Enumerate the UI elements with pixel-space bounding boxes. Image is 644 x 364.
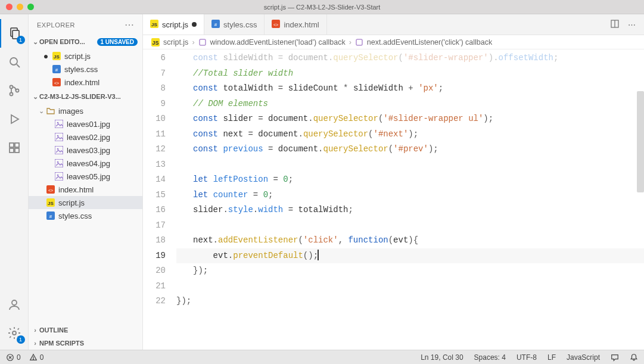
more-actions-icon[interactable]: ⋯ xyxy=(628,20,636,29)
js-file-icon: JS xyxy=(150,20,158,30)
breadcrumb-sep: › xyxy=(349,38,351,46)
status-eol[interactable]: LF xyxy=(547,353,556,362)
source-control-icon[interactable] xyxy=(0,76,29,105)
scrollbar-thumb[interactable] xyxy=(637,91,644,192)
file-item[interactable]: leaves05.jpg xyxy=(29,170,142,183)
status-errors-count: 0 xyxy=(17,353,21,362)
code-editor[interactable]: 678910111213141516171819202122 const sli… xyxy=(143,49,644,350)
breadcrumb-symbol-2[interactable]: next.addEventListener('click') callback xyxy=(367,38,492,46)
file-item[interactable]: <>index.html xyxy=(29,183,142,196)
js-file-icon: JS xyxy=(151,38,160,46)
code-line[interactable] xyxy=(176,218,644,234)
svg-text:#: # xyxy=(55,67,58,73)
svg-rect-20 xyxy=(55,120,63,128)
status-warnings[interactable]: 0 xyxy=(29,353,44,362)
file-name: styles.css xyxy=(58,211,92,220)
outline-header[interactable]: › OUTLINE xyxy=(29,323,142,337)
img-file-icon xyxy=(54,119,64,129)
svg-text:<>: <> xyxy=(48,188,53,192)
code-line[interactable]: // DOM elements xyxy=(176,97,644,112)
code-line[interactable]: let leftPostion = 0; xyxy=(176,172,644,188)
folder-item[interactable]: ⌄images xyxy=(29,104,142,117)
window-controls xyxy=(0,4,34,10)
open-editors-label: OPEN EDITO... xyxy=(39,38,85,45)
code-line[interactable] xyxy=(176,279,644,294)
status-language[interactable]: JavaScript xyxy=(567,353,600,362)
code-line[interactable]: }); xyxy=(176,263,644,279)
npm-header[interactable]: › NPM SCRIPTS xyxy=(29,337,142,350)
editor-group: JSscript.js#styles.css<>index.html ⋯ JS … xyxy=(143,14,644,350)
svg-point-5 xyxy=(10,93,13,96)
img-file-icon xyxy=(54,145,64,155)
status-encoding[interactable]: UTF-8 xyxy=(517,353,537,362)
code-line[interactable]: }); xyxy=(176,294,644,309)
folder-icon xyxy=(45,105,56,116)
svg-line-3 xyxy=(17,64,20,67)
code-line[interactable]: slider.style.width = totalWidth; xyxy=(176,203,644,218)
dirty-dot-icon[interactable]: ● xyxy=(41,51,51,61)
tab-label: index.html xyxy=(284,20,319,29)
html-file-icon: <> xyxy=(272,20,280,30)
titlebar: script.js — C2-M3-L2-JS-Slider-V3-Start xyxy=(0,0,644,14)
code-line[interactable]: const previous = document.querySelector(… xyxy=(176,142,644,157)
status-errors[interactable]: 0 xyxy=(6,353,21,362)
tab-index-html[interactable]: <>index.html xyxy=(265,14,326,35)
code-line[interactable]: next.addEventListener('click', function(… xyxy=(176,233,644,248)
sidebar-more-icon[interactable]: ⋯ xyxy=(125,19,135,30)
tab-label: styles.css xyxy=(223,20,257,29)
svg-point-27 xyxy=(57,161,59,163)
maximize-window-button[interactable] xyxy=(27,4,34,10)
scrollbar-track[interactable] xyxy=(637,49,644,350)
run-debug-icon[interactable] xyxy=(0,105,29,133)
tab-script-js[interactable]: JSscript.js xyxy=(143,14,204,35)
breadcrumb-sep: › xyxy=(192,38,194,46)
breadcrumb[interactable]: JS script.js › window.addEventListener('… xyxy=(143,35,644,49)
accounts-icon[interactable] xyxy=(0,290,29,319)
code-line[interactable]: const slider = document.querySelector('#… xyxy=(176,111,644,127)
split-editor-icon[interactable] xyxy=(610,19,620,30)
code-line[interactable]: //Total slider width xyxy=(176,66,644,82)
svg-text:JS: JS xyxy=(54,54,60,60)
open-editor-item[interactable]: <>index.html xyxy=(29,76,142,89)
code-line[interactable]: const slideWidth = document.querySelecto… xyxy=(176,51,644,66)
explorer-icon[interactable]: 1 xyxy=(0,19,29,48)
minimize-window-button[interactable] xyxy=(17,4,23,10)
code-line[interactable]: evt.preventDefault(); xyxy=(176,248,644,264)
svg-rect-10 xyxy=(10,148,14,153)
settings-badge: 1 xyxy=(17,335,25,344)
file-name: index.html xyxy=(64,78,99,87)
close-window-button[interactable] xyxy=(6,4,13,10)
status-spaces[interactable]: Spaces: 4 xyxy=(474,353,506,362)
svg-rect-47 xyxy=(356,39,362,45)
code-line[interactable]: let counter = 0; xyxy=(176,188,644,203)
file-item[interactable]: leaves02.jpg xyxy=(29,130,142,144)
breadcrumb-file[interactable]: script.js xyxy=(163,38,188,46)
open-editor-item[interactable]: ●JSscript.js xyxy=(29,49,142,63)
html-file-icon: <> xyxy=(45,184,56,195)
file-item[interactable]: JSscript.js xyxy=(29,196,142,209)
breadcrumb-symbol-1[interactable]: window.addEventListener('load') callback xyxy=(210,38,346,46)
svg-point-29 xyxy=(57,175,59,176)
open-editor-item[interactable]: #styles.css xyxy=(29,63,142,76)
search-icon[interactable] xyxy=(0,48,29,76)
code-line[interactable]: const next = document.querySelector('#ne… xyxy=(176,127,644,142)
file-item[interactable]: leaves03.jpg xyxy=(29,144,142,157)
tab-styles-css[interactable]: #styles.css xyxy=(204,14,265,35)
open-editors-header[interactable]: ⌄ OPEN EDITO... 1 UNSAVED xyxy=(29,35,142,48)
file-item[interactable]: #styles.css xyxy=(29,209,142,222)
svg-text:JS: JS xyxy=(151,22,157,27)
settings-icon[interactable]: 1 xyxy=(0,319,29,347)
status-lncol[interactable]: Ln 19, Col 30 xyxy=(421,353,463,362)
file-item[interactable]: leaves01.jpg xyxy=(29,117,142,130)
file-item[interactable]: leaves04.jpg xyxy=(29,157,142,170)
project-header[interactable]: ⌄ C2-M3-L2-JS-SLIDER-V3... xyxy=(29,90,142,103)
code-content[interactable]: const slideWidth = document.querySelecto… xyxy=(176,49,644,350)
extensions-icon[interactable] xyxy=(0,133,29,162)
code-line[interactable]: const totalWidth = slideCount * slideWid… xyxy=(176,81,644,97)
code-line[interactable] xyxy=(176,157,644,173)
svg-point-25 xyxy=(57,148,59,150)
svg-rect-24 xyxy=(55,146,63,154)
unsaved-badge: 1 UNSAVED xyxy=(97,38,138,46)
status-feedback-icon[interactable] xyxy=(611,353,619,362)
status-bell-icon[interactable] xyxy=(630,353,638,362)
